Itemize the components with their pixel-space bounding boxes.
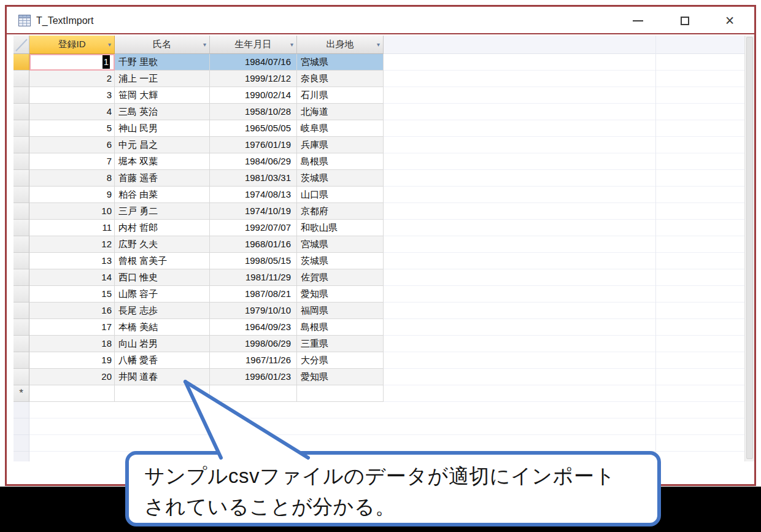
cell-name[interactable]: 内村 哲郎 [115,220,210,236]
cell-birthplace[interactable] [297,385,384,402]
cell-birthdate[interactable]: 1987/08/21 [210,286,297,303]
cell-id[interactable]: 2 [29,71,115,87]
cell-birthdate[interactable]: 1999/12/12 [210,71,297,87]
cell-name[interactable]: 山際 容子 [115,286,210,303]
close-button[interactable]: × [718,7,741,34]
cell-birthplace[interactable]: 宮城県 [297,54,384,71]
record-selector[interactable] [14,336,29,352]
record-selector[interactable] [14,352,29,369]
cell-birthdate[interactable]: 1974/08/13 [210,187,297,203]
cell-birthplace[interactable]: 北海道 [297,104,384,120]
cell-birthdate[interactable]: 1990/02/14 [210,87,297,104]
cell-id[interactable]: 15 [29,286,115,303]
cell-id[interactable]: 5 [29,120,115,137]
cell-id[interactable]: 17 [29,319,115,336]
column-dropdown-icon[interactable]: ▾ [203,41,206,48]
cell-name[interactable]: 中元 昌之 [115,137,210,153]
record-selector[interactable] [14,369,29,385]
cell-birthdate[interactable]: 1974/10/19 [210,203,297,220]
cell-birthdate[interactable] [210,385,297,402]
column-dropdown-icon[interactable]: ▾ [377,41,380,48]
cell-name[interactable]: 三戸 勇二 [115,203,210,220]
cell-name[interactable]: 三島 英治 [115,104,210,120]
cell-id[interactable]: 9 [29,187,115,203]
cell-name[interactable]: 神山 民男 [115,120,210,137]
cell-birthdate[interactable]: 1968/01/16 [210,236,297,253]
cell-birthdate[interactable]: 1958/10/28 [210,104,297,120]
cell-name[interactable]: 本橋 美結 [115,319,210,336]
cell-name[interactable] [115,385,210,402]
record-selector[interactable] [14,203,29,220]
cell-name[interactable]: 西口 惟史 [115,269,210,286]
cell-id[interactable]: 6 [29,137,115,153]
cell-name[interactable]: 八幡 愛香 [115,352,210,369]
cell-name[interactable]: 広野 久夫 [115,236,210,253]
cell-id[interactable]: 16 [29,303,115,319]
cell-birthdate[interactable]: 1998/05/15 [210,253,297,269]
cell-birthplace[interactable]: 茨城県 [297,253,384,269]
column-dropdown-icon[interactable]: ▾ [290,41,293,48]
cell-birthdate[interactable]: 1967/11/26 [210,352,297,369]
cell-birthplace[interactable]: 三重県 [297,336,384,352]
cell-name[interactable]: 曾根 富美子 [115,253,210,269]
record-selector[interactable] [14,220,29,236]
cell-id[interactable]: 20 [29,369,115,385]
cell-birthplace[interactable]: 福岡県 [297,303,384,319]
cell-birthdate[interactable]: 1981/11/29 [210,269,297,286]
cell-birthplace[interactable]: 兵庫県 [297,137,384,153]
cell-id[interactable] [29,385,115,402]
cell-birthplace[interactable]: 愛知県 [297,286,384,303]
cell-birthplace[interactable]: 岐阜県 [297,120,384,137]
cell-name[interactable]: 笹岡 大輝 [115,87,210,104]
cell-birthplace[interactable]: 大分県 [297,352,384,369]
cell-id[interactable]: 3 [29,87,115,104]
cell-birthplace[interactable]: 佐賀県 [297,269,384,286]
record-selector[interactable] [14,269,29,286]
cell-birthdate[interactable]: 1981/03/31 [210,170,297,187]
record-selector[interactable] [14,187,29,203]
record-selector[interactable] [14,303,29,319]
cell-birthplace[interactable]: 島根県 [297,153,384,170]
cell-birthdate[interactable]: 1996/01/23 [210,369,297,385]
cell-id[interactable]: 1 [29,54,115,71]
cell-birthplace[interactable]: 和歌山県 [297,220,384,236]
column-header-birthplace[interactable]: 出身地 ▾ [297,36,384,54]
cell-birthplace[interactable]: 島根県 [297,319,384,336]
cell-birthdate[interactable]: 1998/06/29 [210,336,297,352]
cell-birthdate[interactable]: 1964/09/23 [210,319,297,336]
record-selector[interactable] [14,71,29,87]
cell-id[interactable]: 10 [29,203,115,220]
column-header-name[interactable]: 氏名 ▾ [115,36,210,54]
cell-name[interactable]: 井関 道春 [115,369,210,385]
record-selector[interactable] [14,236,29,253]
minimize-button[interactable] [626,7,649,34]
record-selector[interactable] [14,137,29,153]
cell-name[interactable]: 粕谷 由菜 [115,187,210,203]
cell-id[interactable]: 8 [29,170,115,187]
record-selector[interactable] [14,153,29,170]
cell-birthplace[interactable]: 山口県 [297,187,384,203]
cell-birthplace[interactable]: 京都府 [297,203,384,220]
cell-id[interactable]: 14 [29,269,115,286]
column-dropdown-icon[interactable]: ▾ [108,41,111,48]
cell-name[interactable]: 向山 岩男 [115,336,210,352]
cell-birthdate[interactable]: 1976/01/19 [210,137,297,153]
record-selector[interactable] [14,319,29,336]
cell-id[interactable]: 4 [29,104,115,120]
cell-id[interactable]: 18 [29,336,115,352]
select-all-corner[interactable] [14,36,29,54]
record-selector[interactable] [14,253,29,269]
cell-id[interactable]: 7 [29,153,115,170]
record-selector[interactable] [14,120,29,137]
cell-id[interactable]: 12 [29,236,115,253]
cell-birthdate[interactable]: 1979/10/10 [210,303,297,319]
cell-id[interactable]: 13 [29,253,115,269]
cell-birthplace[interactable]: 石川県 [297,87,384,104]
record-selector[interactable] [14,104,29,120]
cell-birthplace[interactable]: 宮城県 [297,236,384,253]
record-selector[interactable] [14,54,29,71]
cell-name[interactable]: 浦上 一正 [115,71,210,87]
cell-name[interactable]: 千野 里歌 [115,54,210,71]
cell-birthplace[interactable]: 愛知県 [297,369,384,385]
cell-birthdate[interactable]: 1992/07/07 [210,220,297,236]
